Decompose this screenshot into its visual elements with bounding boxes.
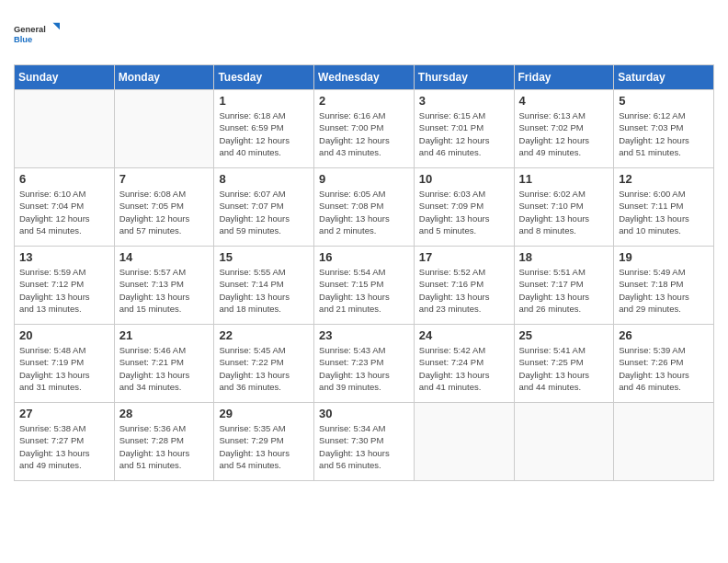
day-number: 24 (419, 328, 509, 342)
day-info: Sunrise: 5:35 AM Sunset: 7:29 PM Dayligh… (219, 422, 309, 471)
day-number: 14 (119, 250, 210, 264)
day-info: Sunrise: 5:36 AM Sunset: 7:28 PM Dayligh… (119, 422, 210, 471)
calendar-cell: 26Sunrise: 5:39 AM Sunset: 7:26 PM Dayli… (614, 325, 714, 403)
day-info: Sunrise: 6:15 AM Sunset: 7:01 PM Dayligh… (419, 109, 509, 158)
day-number: 27 (19, 407, 109, 420)
calendar-cell: 28Sunrise: 5:36 AM Sunset: 7:28 PM Dayli… (114, 403, 214, 481)
calendar-cell: 20Sunrise: 5:48 AM Sunset: 7:19 PM Dayli… (15, 325, 115, 403)
day-number: 30 (319, 407, 409, 420)
day-number: 13 (19, 250, 109, 264)
weekday-wednesday: Wednesday (314, 65, 415, 90)
day-info: Sunrise: 5:43 AM Sunset: 7:23 PM Dayligh… (319, 344, 409, 393)
day-info: Sunrise: 6:07 AM Sunset: 7:07 PM Dayligh… (219, 188, 309, 236)
day-info: Sunrise: 5:45 AM Sunset: 7:22 PM Dayligh… (219, 344, 309, 393)
calendar-cell: 5Sunrise: 6:12 AM Sunset: 7:03 PM Daylig… (614, 90, 714, 168)
calendar-cell: 15Sunrise: 5:55 AM Sunset: 7:14 PM Dayli… (214, 247, 314, 325)
calendar-cell: 17Sunrise: 5:52 AM Sunset: 7:16 PM Dayli… (414, 247, 514, 325)
day-info: Sunrise: 6:18 AM Sunset: 6:59 PM Dayligh… (219, 109, 309, 158)
weekday-thursday: Thursday (414, 65, 514, 90)
day-info: Sunrise: 6:10 AM Sunset: 7:04 PM Dayligh… (19, 188, 109, 236)
day-info: Sunrise: 6:05 AM Sunset: 7:08 PM Dayligh… (319, 188, 409, 236)
calendar-cell: 9Sunrise: 6:05 AM Sunset: 7:08 PM Daylig… (314, 168, 415, 247)
day-number: 15 (219, 250, 309, 264)
day-number: 18 (519, 250, 609, 264)
day-info: Sunrise: 6:03 AM Sunset: 7:09 PM Dayligh… (419, 188, 509, 236)
day-number: 23 (319, 328, 409, 342)
calendar-cell: 18Sunrise: 5:51 AM Sunset: 7:17 PM Dayli… (514, 247, 614, 325)
day-info: Sunrise: 5:41 AM Sunset: 7:25 PM Dayligh… (519, 344, 609, 393)
day-number: 7 (119, 172, 210, 186)
calendar-cell: 29Sunrise: 5:35 AM Sunset: 7:29 PM Dayli… (214, 403, 314, 481)
calendar-cell: 13Sunrise: 5:59 AM Sunset: 7:12 PM Dayli… (15, 247, 115, 325)
svg-marker-1 (53, 23, 61, 30)
calendar-cell: 27Sunrise: 5:38 AM Sunset: 7:27 PM Dayli… (15, 403, 115, 481)
calendar-cell: 2Sunrise: 6:16 AM Sunset: 7:00 PM Daylig… (314, 90, 415, 168)
day-number: 21 (119, 328, 210, 342)
weekday-sunday: Sunday (15, 65, 115, 90)
day-number: 6 (19, 172, 109, 186)
day-info: Sunrise: 6:02 AM Sunset: 7:10 PM Dayligh… (519, 188, 609, 236)
day-info: Sunrise: 6:08 AM Sunset: 7:05 PM Dayligh… (119, 188, 210, 236)
calendar-cell: 4Sunrise: 6:13 AM Sunset: 7:02 PM Daylig… (514, 90, 614, 168)
day-number: 12 (619, 172, 709, 186)
calendar-cell: 22Sunrise: 5:45 AM Sunset: 7:22 PM Dayli… (214, 325, 314, 403)
day-number: 4 (519, 94, 609, 108)
calendar-cell: 23Sunrise: 5:43 AM Sunset: 7:23 PM Dayli… (314, 325, 415, 403)
day-info: Sunrise: 5:55 AM Sunset: 7:14 PM Dayligh… (219, 266, 309, 315)
calendar-cell: 14Sunrise: 5:57 AM Sunset: 7:13 PM Dayli… (114, 247, 214, 325)
logo-svg: General Blue (14, 14, 60, 55)
calendar-cell: 19Sunrise: 5:49 AM Sunset: 7:18 PM Dayli… (614, 247, 714, 325)
calendar-cell: 30Sunrise: 5:34 AM Sunset: 7:30 PM Dayli… (314, 403, 415, 481)
day-number: 16 (319, 250, 409, 264)
day-info: Sunrise: 5:34 AM Sunset: 7:30 PM Dayligh… (319, 422, 409, 471)
day-info: Sunrise: 5:54 AM Sunset: 7:15 PM Dayligh… (319, 266, 409, 315)
day-number: 11 (519, 172, 609, 186)
svg-text:Blue: Blue (14, 35, 32, 44)
calendar-cell: 10Sunrise: 6:03 AM Sunset: 7:09 PM Dayli… (414, 168, 514, 247)
day-number: 26 (619, 328, 709, 342)
calendar-cell: 8Sunrise: 6:07 AM Sunset: 7:07 PM Daylig… (214, 168, 314, 247)
day-number: 17 (419, 250, 509, 264)
calendar-cell (614, 403, 714, 481)
day-number: 2 (319, 94, 409, 108)
header: General Blue (14, 14, 714, 55)
weekday-monday: Monday (114, 65, 214, 90)
day-info: Sunrise: 5:49 AM Sunset: 7:18 PM Dayligh… (619, 266, 709, 315)
logo: General Blue (14, 14, 60, 55)
day-info: Sunrise: 5:52 AM Sunset: 7:16 PM Dayligh… (419, 266, 509, 315)
calendar-cell: 6Sunrise: 6:10 AM Sunset: 7:04 PM Daylig… (15, 168, 115, 247)
calendar-table: SundayMondayTuesdayWednesdayThursdayFrid… (14, 64, 714, 481)
svg-text:General: General (14, 25, 46, 34)
weekday-friday: Friday (514, 65, 614, 90)
calendar-cell: 24Sunrise: 5:42 AM Sunset: 7:24 PM Dayli… (414, 325, 514, 403)
day-info: Sunrise: 5:42 AM Sunset: 7:24 PM Dayligh… (419, 344, 509, 393)
day-number: 25 (519, 328, 609, 342)
day-number: 20 (19, 328, 109, 342)
day-number: 1 (219, 94, 309, 108)
calendar-cell (15, 90, 115, 168)
day-info: Sunrise: 5:59 AM Sunset: 7:12 PM Dayligh… (19, 266, 109, 315)
calendar-cell (514, 403, 614, 481)
calendar-cell (114, 90, 214, 168)
day-info: Sunrise: 6:16 AM Sunset: 7:00 PM Dayligh… (319, 109, 409, 158)
day-info: Sunrise: 5:48 AM Sunset: 7:19 PM Dayligh… (19, 344, 109, 393)
day-number: 28 (119, 407, 210, 420)
calendar-cell: 1Sunrise: 6:18 AM Sunset: 6:59 PM Daylig… (214, 90, 314, 168)
day-info: Sunrise: 5:38 AM Sunset: 7:27 PM Dayligh… (19, 422, 109, 471)
calendar-cell: 16Sunrise: 5:54 AM Sunset: 7:15 PM Dayli… (314, 247, 415, 325)
day-number: 29 (219, 407, 309, 420)
day-info: Sunrise: 6:13 AM Sunset: 7:02 PM Dayligh… (519, 109, 609, 158)
calendar-cell: 11Sunrise: 6:02 AM Sunset: 7:10 PM Dayli… (514, 168, 614, 247)
day-number: 19 (619, 250, 709, 264)
calendar-cell: 25Sunrise: 5:41 AM Sunset: 7:25 PM Dayli… (514, 325, 614, 403)
day-number: 8 (219, 172, 309, 186)
day-info: Sunrise: 6:12 AM Sunset: 7:03 PM Dayligh… (619, 109, 709, 158)
day-info: Sunrise: 5:51 AM Sunset: 7:17 PM Dayligh… (519, 266, 609, 315)
day-number: 5 (619, 94, 709, 108)
calendar-cell: 3Sunrise: 6:15 AM Sunset: 7:01 PM Daylig… (414, 90, 514, 168)
day-info: Sunrise: 5:39 AM Sunset: 7:26 PM Dayligh… (619, 344, 709, 393)
calendar-cell: 7Sunrise: 6:08 AM Sunset: 7:05 PM Daylig… (114, 168, 214, 247)
calendar-cell: 21Sunrise: 5:46 AM Sunset: 7:21 PM Dayli… (114, 325, 214, 403)
calendar-cell (414, 403, 514, 481)
day-number: 10 (419, 172, 509, 186)
